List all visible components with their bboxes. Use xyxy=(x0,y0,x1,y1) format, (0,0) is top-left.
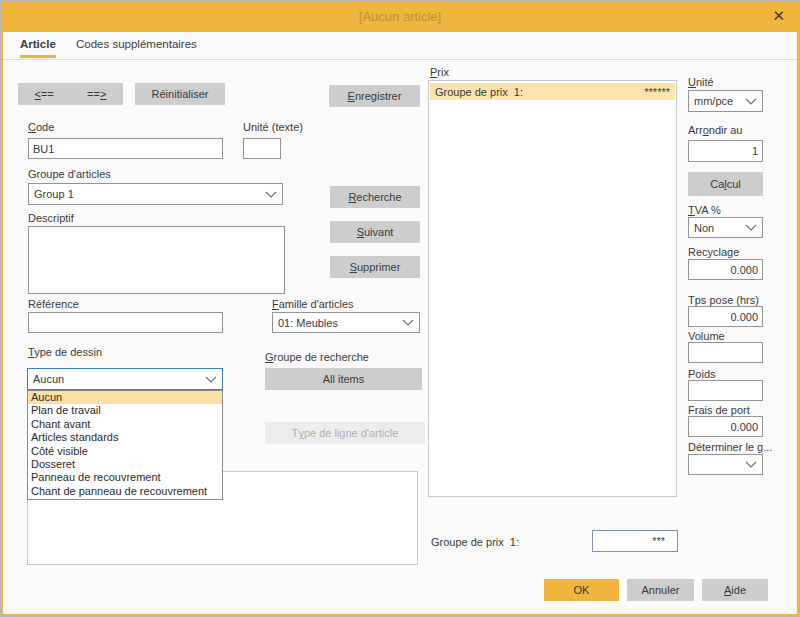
tab-article[interactable]: Article xyxy=(20,38,56,58)
shipping-input[interactable] xyxy=(688,416,763,437)
unit-text-input[interactable] xyxy=(243,138,281,159)
install-time-input[interactable] xyxy=(688,306,763,327)
prices-label: Prix xyxy=(430,66,449,78)
dropdown-option[interactable]: Plan de travail xyxy=(28,404,222,417)
chevron-down-icon xyxy=(402,319,414,326)
vat-select[interactable]: Non xyxy=(688,217,763,238)
title-bar: [Aucun article] ✕ xyxy=(1,1,799,32)
code-input[interactable] xyxy=(28,138,223,159)
reset-button[interactable]: Réinitialiser xyxy=(135,83,225,105)
tabbar-divider xyxy=(3,59,797,60)
unit-select[interactable]: mm/pce xyxy=(688,90,763,112)
dropdown-option[interactable]: Panneau de recouvrement xyxy=(28,471,222,484)
chevron-down-icon xyxy=(745,461,757,468)
delete-button[interactable]: Supprimer xyxy=(330,256,420,278)
description-textarea[interactable] xyxy=(28,226,285,294)
unit-text-label: Unité (texte) xyxy=(243,121,303,133)
recycling-input[interactable] xyxy=(688,259,763,280)
description-label: Descriptif xyxy=(28,212,74,224)
dropdown-option[interactable]: Aucun xyxy=(28,391,222,404)
shipping-label: Frais de port xyxy=(688,404,750,416)
vat-value: Non xyxy=(694,222,714,234)
line-type-button: Type de ligne d'article xyxy=(265,422,425,444)
determine-label: Déterminer le g... xyxy=(688,441,772,453)
footer-price-group-label: Groupe de prix 1: xyxy=(431,536,519,548)
reference-input[interactable] xyxy=(28,312,223,333)
article-group-label: Groupe d'articles xyxy=(28,168,111,180)
article-family-label: Famille d'articles xyxy=(272,298,354,310)
article-family-value: 01: Meubles xyxy=(278,317,338,329)
prices-list-panel: Groupe de prix 1: ****** xyxy=(428,80,677,497)
drawing-type-select[interactable]: Aucun xyxy=(27,368,223,390)
cancel-button[interactable]: Annuler xyxy=(627,579,694,601)
vat-label: TVA % xyxy=(688,204,721,216)
next-button[interactable]: Suivant xyxy=(330,221,420,243)
chevron-down-icon xyxy=(745,224,757,231)
dropdown-option[interactable]: Chant de panneau de recouvrement xyxy=(28,485,222,498)
article-family-select[interactable]: 01: Meubles xyxy=(272,312,420,333)
search-button[interactable]: Recherche xyxy=(330,186,420,208)
next-record-button[interactable]: ==> xyxy=(71,83,124,105)
article-group-select[interactable]: Group 1 xyxy=(28,183,283,205)
reference-label: Référence xyxy=(28,298,79,310)
chevron-down-icon xyxy=(265,191,277,198)
dropdown-option[interactable]: Chant avant xyxy=(28,418,222,431)
close-icon[interactable]: ✕ xyxy=(772,7,785,25)
chevron-down-icon xyxy=(205,376,217,383)
dialog-title: [Aucun article] xyxy=(1,9,799,24)
weight-label: Poids xyxy=(688,368,716,380)
volume-label: Volume xyxy=(688,330,725,342)
help-button[interactable]: Aide xyxy=(702,579,768,601)
round-to-label: Arrondir au xyxy=(688,124,742,136)
install-time-label: Tps pose (hrs) xyxy=(688,294,759,306)
calc-button[interactable]: Calcul xyxy=(688,172,763,196)
chevron-down-icon xyxy=(745,98,757,105)
code-label: Code xyxy=(28,121,54,133)
weight-input[interactable] xyxy=(688,380,763,401)
round-to-input[interactable] xyxy=(688,140,763,162)
drawing-type-dropdown-list: AucunPlan de travailChant avantArticles … xyxy=(27,390,223,500)
recycling-label: Recyclage xyxy=(688,246,739,258)
dropdown-option[interactable]: Côté visible xyxy=(28,445,222,458)
unit-label: Unité xyxy=(688,76,714,88)
article-dialog: [Aucun article] ✕ Article Codes suppléme… xyxy=(0,0,800,617)
drawing-type-label: Type de dessin xyxy=(28,346,102,358)
price-group-row-value: ****** xyxy=(644,86,670,98)
search-group-label: Groupe de recherche xyxy=(265,351,369,363)
dropdown-option[interactable]: Articles standards xyxy=(28,431,222,444)
determine-select[interactable] xyxy=(688,454,763,475)
drawing-type-value: Aucun xyxy=(33,373,64,385)
volume-input[interactable] xyxy=(688,342,763,363)
ok-button[interactable]: OK xyxy=(544,579,619,601)
all-items-button[interactable]: All items xyxy=(265,368,422,390)
price-group-row-label: Groupe de prix 1: xyxy=(435,86,523,98)
article-group-value: Group 1 xyxy=(34,188,74,200)
unit-value: mm/pce xyxy=(694,95,733,107)
footer-price-group-input[interactable] xyxy=(592,530,678,552)
tab-codes-supplementaires[interactable]: Codes supplémentaires xyxy=(76,38,197,55)
price-group-row[interactable]: Groupe de prix 1: ****** xyxy=(430,83,675,100)
record-nav-group: <== ==> xyxy=(18,83,123,105)
save-button[interactable]: Enregistrer xyxy=(329,85,420,107)
previous-record-button[interactable]: <== xyxy=(18,83,71,105)
dropdown-option[interactable]: Dosseret xyxy=(28,458,222,471)
